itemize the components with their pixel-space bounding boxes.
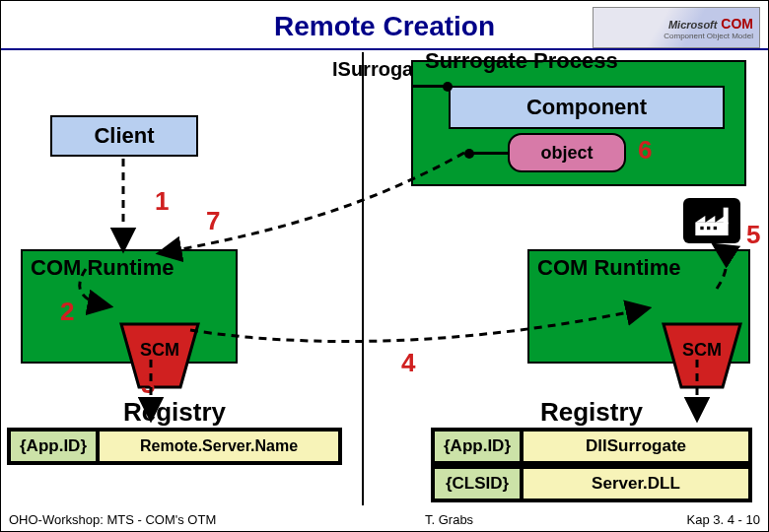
- com-runtime-right-label: COM Runtime: [537, 255, 740, 281]
- registry-right-val1: DllSurrogate: [522, 430, 750, 463]
- step-4: 4: [401, 348, 415, 378]
- footer-left: OHO-Workshop: MTS - COM's OTM: [9, 512, 216, 527]
- com-runtime-left: COM Runtime SCM: [21, 249, 238, 364]
- svg-marker-2: [695, 216, 705, 223]
- object-box: object: [508, 133, 626, 172]
- step-3: 3: [141, 369, 155, 400]
- footer-mid: T. Grabs: [425, 512, 473, 527]
- footer-right: Kap 3. 4 - 10: [687, 512, 760, 527]
- component-box: Component: [449, 86, 725, 129]
- svg-rect-7: [707, 227, 710, 230]
- svg-rect-5: [724, 208, 729, 225]
- registry-right-key2: {CLSID}: [433, 467, 522, 500]
- svg-rect-1: [695, 223, 728, 235]
- logo-subtitle: Component Object Model: [664, 32, 753, 40]
- registry-right-key1: {App.ID}: [433, 430, 522, 463]
- com-runtime-left-label: COM Runtime: [31, 255, 228, 281]
- step-1: 1: [155, 186, 169, 217]
- surrogate-process-title: Surrogate Process: [425, 48, 618, 74]
- registry-right: Registry {App.ID} DllSurrogate {CLSID} S…: [431, 397, 752, 502]
- logo-product: COM: [721, 16, 753, 32]
- svg-rect-8: [714, 227, 717, 230]
- isurrogate-line: [411, 85, 447, 88]
- scm-right-label: SCM: [662, 340, 742, 361]
- svg-marker-3: [705, 216, 715, 223]
- registry-left-value: Remote.Server.Name: [98, 430, 340, 463]
- scm-left-label: SCM: [119, 340, 200, 361]
- scm-left: SCM: [119, 322, 200, 389]
- step-7: 7: [206, 206, 220, 236]
- registry-right-title: Registry: [431, 397, 752, 428]
- object-line: [470, 152, 510, 155]
- svg-rect-6: [700, 227, 703, 230]
- registry-left-title: Registry: [7, 397, 342, 428]
- scm-right: SCM: [662, 322, 742, 389]
- brand-logo: Microsoft COM Component Object Model: [593, 7, 760, 48]
- registry-right-val2: Server.DLL: [522, 467, 750, 500]
- step-5: 5: [746, 220, 760, 250]
- logo-brand: Microsoft: [668, 19, 718, 31]
- step-6: 6: [638, 135, 652, 166]
- header-divider: [1, 48, 768, 50]
- registry-left-key: {App.ID}: [9, 430, 98, 463]
- factory-icon: [683, 198, 740, 243]
- step-2: 2: [60, 297, 74, 327]
- com-runtime-right: COM Runtime SCM: [527, 249, 750, 364]
- vertical-divider: [362, 52, 364, 505]
- registry-left: Registry {App.ID} Remote.Server.Name: [7, 397, 342, 465]
- diagram-stage: Client COM Runtime SCM Registry {App.ID}…: [7, 52, 762, 505]
- client-box: Client: [50, 115, 198, 157]
